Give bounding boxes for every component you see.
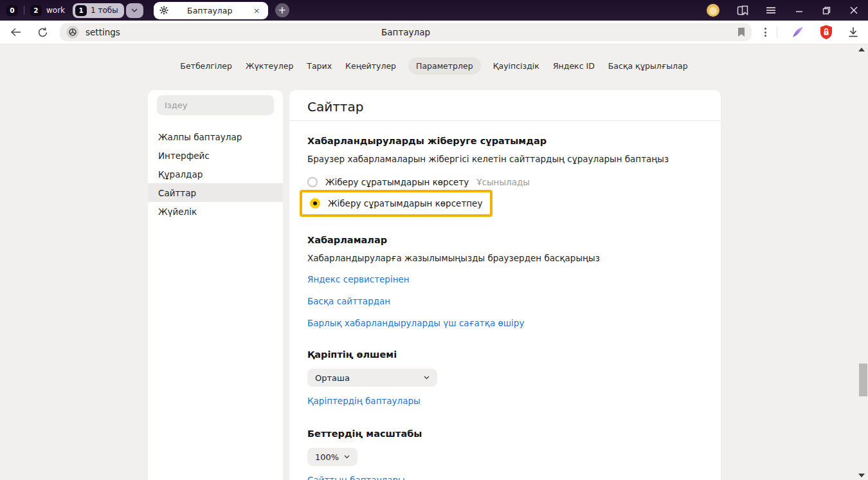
tab-bookmarks[interactable]: Бетбелгілер bbox=[179, 57, 233, 75]
recommended-hint: Ұсынылады bbox=[476, 177, 530, 187]
radio-label: Жіберу сұратымдарын көрсетпеу bbox=[328, 198, 482, 208]
tab-security[interactable]: Қауіпсіздік bbox=[492, 57, 541, 75]
font-size-title: Қаріптің өлшемі bbox=[307, 348, 703, 361]
tab-extensions[interactable]: Кеңейтулер bbox=[344, 57, 397, 75]
notification-requests-title: Хабарландыруларды жіберуге сұратымдар bbox=[307, 134, 703, 147]
gear-icon bbox=[159, 6, 168, 15]
page-zoom-title: Беттердің масштабы bbox=[307, 427, 703, 440]
reload-icon bbox=[37, 27, 48, 38]
notification-requests-options: Жіберу сұратымдарын көрсету Ұсынылады Жі… bbox=[307, 175, 703, 217]
radio-option-hide-requests[interactable]: Жіберу сұратымдарын көрсетпеу bbox=[310, 196, 482, 210]
bookmark-flag-icon bbox=[737, 27, 745, 37]
tab-history[interactable]: Тарих bbox=[305, 57, 333, 75]
back-arrow-icon bbox=[10, 28, 22, 37]
sidebar-item-sites[interactable]: Сайттар bbox=[148, 183, 283, 202]
bookmark-button[interactable] bbox=[737, 27, 745, 37]
close-icon bbox=[850, 6, 858, 14]
radio-label: Жіберу сұратымдарын көрсету bbox=[325, 177, 469, 187]
download-icon bbox=[847, 26, 859, 38]
browser-window: 0 2 work 1 1 тобы bbox=[0, 0, 868, 480]
scrollbar-down-arrow[interactable] bbox=[858, 474, 865, 477]
toolbar-divider bbox=[777, 26, 777, 38]
new-tab-button[interactable]: + bbox=[275, 3, 289, 17]
search-input[interactable] bbox=[165, 100, 266, 110]
address-menu-button[interactable] bbox=[761, 25, 770, 39]
tab-yandex-id[interactable]: Яндекс ID bbox=[552, 57, 596, 75]
close-window-button[interactable] bbox=[850, 6, 858, 14]
settings-nav-tabs: Бетбелгілер Жүктеулер Тарих Кеңейтулер П… bbox=[0, 57, 868, 75]
browser-toolbar: settings Баптаулар bbox=[0, 21, 868, 44]
radio-option-show-requests[interactable]: Жіберу сұратымдарын көрсету Ұсынылады bbox=[307, 175, 703, 189]
tab-close-icon[interactable]: × bbox=[251, 5, 262, 16]
chevron-down-icon bbox=[131, 8, 138, 12]
panel-bookmark-icon bbox=[736, 4, 749, 17]
tab-downloads[interactable]: Жүктеулер bbox=[244, 57, 294, 75]
link-mute-all-notifications[interactable]: Барлық хабарландыруларды үш сағатқа өшір… bbox=[307, 318, 524, 328]
tab-title: Баптаулар bbox=[168, 6, 251, 15]
page-zoom-select[interactable]: 100% bbox=[307, 448, 357, 466]
highlight-box: Жіберу сұратымдарын көрсетпеу bbox=[300, 190, 493, 217]
sidebar-item-tools[interactable]: Құралдар bbox=[148, 165, 283, 183]
chevron-down-icon bbox=[424, 376, 429, 380]
tab-settings[interactable]: Параметрлер bbox=[408, 57, 481, 75]
titlebar-right bbox=[707, 4, 868, 17]
settings-search[interactable] bbox=[157, 95, 274, 115]
restore-icon bbox=[822, 6, 831, 15]
link-yandex-services[interactable]: Яндекс сервистерінен bbox=[307, 274, 410, 284]
back-button[interactable] bbox=[8, 25, 24, 39]
feather-icon bbox=[791, 25, 805, 39]
settings-page: Бетбелгілер Жүктеулер Тарих Кеңейтулер П… bbox=[0, 44, 868, 480]
sidebar-item-interface[interactable]: Интерфейс bbox=[148, 146, 283, 165]
profile-avatar[interactable] bbox=[707, 4, 719, 17]
workspace-label[interactable]: work bbox=[46, 6, 65, 15]
shield-lock-icon bbox=[819, 24, 833, 40]
url-text[interactable]: settings bbox=[86, 27, 120, 37]
scrollbar-thumb[interactable] bbox=[859, 364, 867, 396]
notifications-title: Хабарламалар bbox=[307, 234, 703, 246]
sidebar-item-system[interactable]: Жүйелік bbox=[148, 202, 283, 221]
sidebar-item-general[interactable]: Жалпы баптаулар bbox=[148, 127, 283, 146]
tab-other-devices[interactable]: Басқа құрылғылар bbox=[607, 57, 689, 75]
hamburger-icon bbox=[766, 6, 776, 14]
settings-sidebar: Жалпы баптаулар Интерфейс Құралдар Сайтт… bbox=[148, 90, 283, 480]
heading-divider bbox=[289, 120, 721, 121]
font-size-value: Орташа bbox=[315, 373, 350, 383]
link-font-settings[interactable]: Қаріптердің баптаулары bbox=[307, 396, 420, 406]
content-heading: Сайттар bbox=[307, 90, 703, 116]
page-zoom-value: 100% bbox=[315, 452, 339, 462]
tabstrip-divider bbox=[24, 6, 24, 15]
yandex-browser-icon bbox=[69, 28, 77, 36]
feather-mode-button[interactable] bbox=[791, 25, 805, 39]
side-panel-button[interactable] bbox=[736, 4, 749, 17]
page-title: Баптаулар bbox=[60, 27, 752, 37]
menu-button[interactable] bbox=[766, 6, 776, 14]
chevron-down-icon bbox=[344, 455, 350, 459]
tab-group-count-badge: 1 bbox=[75, 5, 87, 16]
font-size-select[interactable]: Орташа bbox=[307, 369, 437, 387]
reload-button[interactable] bbox=[35, 24, 51, 41]
active-tab-settings[interactable]: Баптаулар × bbox=[154, 2, 268, 19]
tab-strip: 0 2 work 1 1 тобы bbox=[0, 2, 289, 19]
radio-unselected-icon[interactable] bbox=[307, 177, 318, 187]
tab-group-pill[interactable]: 1 1 тобы bbox=[73, 3, 124, 18]
notification-requests-description: Браузер хабарламаларын жібергісі келетін… bbox=[307, 153, 703, 165]
titlebar: 0 2 work 1 1 тобы bbox=[0, 0, 868, 21]
scrollbar-up-arrow[interactable] bbox=[858, 48, 865, 51]
maximize-button[interactable] bbox=[822, 6, 831, 15]
settings-content: Сайттар Хабарландыруларды жіберуге сұрат… bbox=[289, 90, 721, 480]
protect-button[interactable] bbox=[819, 24, 833, 40]
link-other-sites[interactable]: Басқа сайттардан bbox=[307, 296, 390, 306]
pinned-tabs-badge[interactable]: 0 bbox=[6, 5, 18, 16]
downloads-button[interactable] bbox=[847, 26, 859, 38]
link-site-settings[interactable]: Сайттың баптаулары bbox=[307, 475, 405, 480]
sidebar-list: Жалпы баптаулар Интерфейс Құралдар Сайтт… bbox=[148, 127, 283, 221]
tab-group-chevron-button[interactable] bbox=[126, 3, 143, 18]
address-bar[interactable]: settings Баптаулар bbox=[60, 23, 752, 41]
tab-group-label: 1 тобы bbox=[91, 6, 118, 15]
notifications-description: Хабарландыруларға жазылымыңызды браузерд… bbox=[307, 252, 703, 264]
notifications-links: Яндекс сервистерінен Басқа сайттардан Ба… bbox=[307, 273, 703, 329]
radio-selected-icon[interactable] bbox=[310, 198, 320, 208]
workspace-count-badge[interactable]: 2 bbox=[30, 5, 42, 16]
minimize-button[interactable] bbox=[795, 6, 803, 14]
site-favicon bbox=[66, 26, 79, 39]
